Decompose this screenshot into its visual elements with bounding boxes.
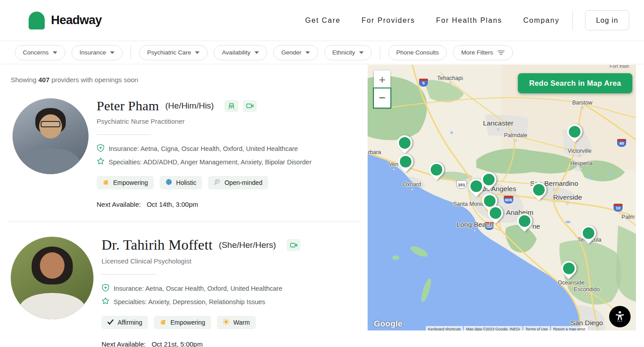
page: Headway Get CareFor ProvidersFor Health … [0, 0, 644, 347]
headway-logo-icon [29, 12, 45, 29]
nav-company[interactable]: Company [523, 17, 559, 25]
filter-psychiatric-care[interactable]: Psychiatric Care [139, 45, 208, 60]
attribution-map-data-2023-google-inegi[interactable]: Map data ©2023 Google, INEGI [464, 326, 522, 330]
map-label-long-beach: Long Beach [457, 221, 494, 229]
card-rule [97, 134, 151, 135]
map-label-victorville: Victorville [568, 148, 591, 154]
provider-details: Dr. Tahirih Moffett(She/Her/Hers)License… [102, 237, 301, 347]
accessibility-widget-button[interactable] [609, 306, 631, 327]
nav-for-providers[interactable]: For Providers [362, 17, 415, 25]
attribution-terms-of-use[interactable]: Terms of Use [523, 326, 550, 330]
specialties-row: Specialties: Anxiety, Depression, Relati… [102, 297, 301, 306]
map-label-oceanside: Oceanside [558, 280, 585, 286]
brand-name: Headway [51, 13, 102, 27]
provider-pronouns: (He/Him/His) [165, 101, 214, 111]
map-label-riverside: Riverside [553, 193, 582, 201]
map-panel[interactable]: 5401016051015 Fort IrwinTehachapiLancast… [368, 65, 636, 330]
map-label-tehachapi: Tehachapi [437, 75, 463, 81]
town-dot [578, 155, 580, 157]
nav-for-health-plans[interactable]: For Health Plans [436, 17, 502, 25]
chair-icon[interactable] [225, 100, 238, 112]
map-label-escondido: Escondido [574, 286, 600, 293]
badge-label: Warm [233, 319, 250, 326]
badge-label: Empowering [170, 319, 205, 326]
filter-gender[interactable]: Gender [273, 45, 318, 60]
filter-phone-consults[interactable]: Phone Consults [388, 45, 447, 60]
filter-ethnicity[interactable]: Ethnicity [324, 45, 372, 60]
nav-get-care[interactable]: Get Care [305, 17, 340, 25]
map-label-ne: ne [532, 222, 540, 230]
filter-insurance[interactable]: Insurance [72, 45, 123, 60]
google-logo[interactable]: Google [374, 319, 402, 329]
filter-label: Psychiatric Care [147, 49, 191, 56]
town-dot [449, 82, 451, 84]
town-dot [580, 167, 583, 170]
interstate-shield-605: 605 [503, 195, 514, 204]
shield-plus-icon [102, 284, 110, 293]
town-dot [589, 244, 591, 246]
map-attribution: Keyboard shortcutsMap data ©2023 Google,… [426, 326, 636, 330]
brand[interactable]: Headway [29, 12, 102, 29]
filter-icon [497, 50, 505, 55]
map-label-fort-irwin: Fort Irwin [610, 65, 629, 69]
session-type-chips [287, 239, 301, 251]
login-button[interactable]: Log in [585, 10, 629, 30]
attribution-keyboard-shortcuts[interactable]: Keyboard shortcuts [426, 326, 463, 330]
next-available-row: Next Available:Oct 21st, 5:00pm [102, 340, 301, 347]
star-icon [97, 157, 105, 167]
town-dot [570, 287, 572, 289]
zoom-out-button[interactable]: − [374, 88, 390, 108]
site-header: Headway Get CareFor ProvidersFor Health … [0, 0, 644, 41]
results-count-number: 407 [38, 76, 50, 84]
badge-affirming: Affirming [102, 316, 148, 329]
insurance-row: Insurance: Aetna, Cigna, Oscar Health, O… [97, 144, 311, 154]
filter-label: Phone Consults [396, 49, 439, 56]
video-icon[interactable] [287, 239, 301, 251]
filter-label: Ethnicity [332, 49, 355, 56]
next-available-time: Oct 14th, 3:00pm [147, 201, 198, 208]
town-dot [393, 168, 395, 171]
map-label-lancaster: Lancaster [483, 119, 513, 127]
town-dot [581, 107, 584, 109]
provider-photo[interactable] [11, 237, 93, 319]
provider-card-dr-tahirih-moffett[interactable]: Dr. Tahirih Moffett(She/Her/Hers)License… [11, 237, 368, 347]
primary-nav: Get CareFor ProvidersFor Health PlansCom… [305, 17, 559, 25]
redo-search-button[interactable]: Redo Search in Map Area [518, 73, 632, 93]
provider-title: Licensed Clinical Psychologist [102, 257, 301, 265]
provider-photo[interactable] [13, 98, 89, 174]
provider-name[interactable]: Dr. Tahirih Moffett [102, 237, 212, 253]
provider-details: Peter Pham(He/Him/His)Psychiatric Nurse … [97, 98, 311, 208]
map-label-santa-monic: Santa Monic [453, 201, 484, 207]
town-dot [474, 230, 476, 232]
caret-down-icon [359, 51, 364, 54]
provider-card-peter-pham[interactable]: Peter Pham(He/Him/His)Psychiatric Nurse … [11, 98, 368, 208]
filter-label: Gender [281, 49, 301, 56]
map-label-ven: Ven [389, 161, 398, 167]
accessibility-icon [614, 310, 626, 324]
map-label-arbara: arbara [368, 149, 381, 155]
video-icon[interactable] [243, 100, 257, 112]
shield-plus-icon [97, 144, 105, 154]
muscle-icon [160, 319, 166, 326]
star-icon [102, 297, 110, 306]
caret-down-icon [195, 51, 199, 54]
town-dot [497, 128, 499, 130]
map-zoom-control: + − [374, 71, 390, 108]
provider-pronouns: (She/Her/Hers) [219, 240, 276, 250]
filter-concerns[interactable]: Concerns [15, 45, 65, 60]
sun-icon [223, 318, 229, 326]
card-rule [102, 274, 156, 275]
filter-availability[interactable]: Availability [214, 45, 267, 60]
badge-empowering: Empowering [97, 176, 154, 189]
filter-more-filters[interactable]: More Filters [453, 45, 513, 60]
interstate-shield-5: 5 [419, 78, 429, 87]
provider-title: Psychiatric Nurse Practitioner [97, 117, 311, 125]
provider-name[interactable]: Peter Pham [97, 98, 159, 113]
next-available-time: Oct 21st, 5:00pm [152, 340, 203, 347]
map-label-oxnard: Oxnard [403, 181, 421, 188]
trait-badges: AffirmingEmpoweringWarm [102, 316, 301, 329]
caret-down-icon [305, 51, 310, 54]
attribution-report-a-map-error[interactable]: Report a map error [551, 326, 588, 330]
results-count-suffix: providers with openings soon [51, 76, 138, 84]
zoom-in-button[interactable]: + [374, 71, 390, 88]
